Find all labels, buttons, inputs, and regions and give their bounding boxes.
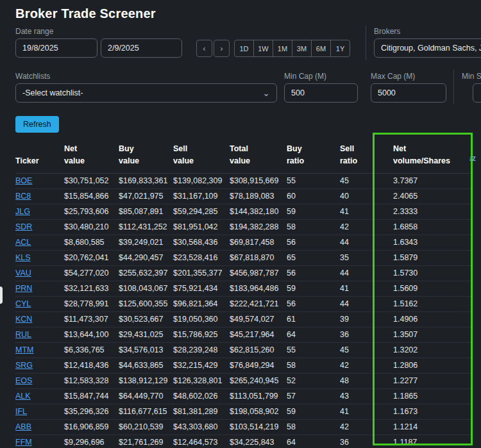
table-cell: 1.1673 (393, 404, 472, 420)
table-cell: 43 (340, 389, 393, 404)
table-cell: 2.4065 (393, 189, 472, 204)
date-to-input[interactable] (101, 38, 182, 58)
table-cell: 35 (340, 251, 393, 266)
trade-table: TickerNet valueBuy valueSell valueTotal … (15, 138, 472, 448)
ticker-cell: SDR (15, 220, 64, 235)
table-cell: $198,058,902 (230, 404, 287, 420)
table-cell: $29,431,025 (119, 328, 173, 343)
period-button-1w[interactable]: 1W (253, 40, 273, 57)
table-cell: 2.3333 (393, 204, 472, 220)
ticker-link[interactable]: PRN (15, 284, 32, 293)
period-button-3m[interactable]: 3M (292, 40, 312, 57)
table-cell: $43,303,680 (173, 420, 230, 435)
table-cell: 41 (340, 204, 393, 220)
table-cell: 1.5730 (393, 266, 472, 281)
ticker-cell: FFM (15, 435, 64, 448)
table-cell: 65 (287, 251, 340, 266)
ticker-link[interactable]: RUL (15, 330, 31, 339)
table-cell: $222,421,721 (230, 297, 287, 312)
ticker-cell: KCN (15, 312, 64, 328)
table-cell: 56 (287, 297, 340, 312)
ticker-link[interactable]: MTM (15, 345, 33, 354)
table-cell: 55 (287, 343, 340, 358)
table-cell: 42 (340, 220, 393, 235)
table-cell: $169,833,361 (119, 174, 173, 189)
ticker-link[interactable]: IFL (15, 407, 27, 416)
ticker-link[interactable]: JLG (15, 207, 30, 216)
table-cell: 59 (287, 281, 340, 297)
ticker-link[interactable]: FFM (15, 438, 32, 447)
ticker-link[interactable]: KLS (15, 253, 31, 262)
ticker-cell: EOS (15, 374, 64, 389)
date-from-input[interactable] (15, 38, 97, 58)
column-header[interactable]: Total value (230, 138, 287, 174)
column-header[interactable]: Net value (64, 138, 119, 174)
table-cell: 3.7367 (393, 174, 472, 189)
table-row: BOE$30,751,052$169,833,361$139,082,309$3… (15, 174, 472, 189)
table-cell: 64 (287, 328, 340, 343)
refresh-button[interactable]: Refresh (15, 116, 59, 133)
ticker-link[interactable]: BOE (15, 176, 32, 185)
ticker-link[interactable]: KCN (15, 315, 32, 324)
ticker-cell: VAU (15, 266, 64, 281)
table-cell: $78,189,083 (230, 189, 287, 204)
table-cell: $13,644,100 (64, 328, 119, 343)
table-cell: 39 (340, 312, 393, 328)
column-header[interactable]: Sell ratio (340, 138, 393, 174)
date-range-label: Date range (15, 27, 53, 36)
column-header[interactable]: Net volume/Shares (393, 138, 472, 174)
ticker-link[interactable]: ALK (15, 392, 31, 401)
watchlist-selected-value: -Select watchlist- (22, 88, 83, 97)
table-cell: $60,210,539 (119, 420, 173, 435)
ticker-link[interactable]: CYL (15, 299, 31, 308)
column-header[interactable]: Buy value (119, 138, 173, 174)
ticker-link[interactable]: VAU (15, 269, 31, 278)
table-cell: $48,602,026 (173, 389, 230, 404)
table-body: BOE$30,751,052$169,833,361$139,082,309$3… (15, 174, 472, 448)
period-button-1d[interactable]: 1D (234, 40, 254, 57)
table-cell: $54,277,020 (64, 266, 119, 281)
next-arrow-button[interactable]: › (214, 40, 230, 57)
table-cell: $76,849,294 (230, 358, 287, 374)
watchlist-select[interactable]: -Select watchlist- ⌄ (15, 83, 277, 103)
table-cell: $39,249,021 (119, 235, 173, 251)
ticker-link[interactable]: ACL (15, 238, 31, 247)
period-button-1m[interactable]: 1M (273, 40, 292, 57)
brokers-input[interactable] (374, 38, 481, 58)
period-button-6m[interactable]: 6M (311, 40, 331, 57)
ticker-link[interactable]: BC8 (15, 192, 31, 201)
min-s-input-partial[interactable] (473, 83, 481, 103)
min-cap-input[interactable] (284, 83, 358, 103)
ticker-link[interactable]: ABB (15, 422, 31, 431)
sort-descending-icon[interactable]: ↓z (468, 154, 476, 163)
column-header[interactable]: Sell value (173, 138, 230, 174)
ticker-link[interactable]: EOS (15, 376, 32, 385)
ticker-link[interactable]: SRG (15, 361, 33, 370)
table-cell: 1.4906 (393, 312, 472, 328)
table-row: CYL$28,778,991$125,600,355$96,821,364$22… (15, 297, 472, 312)
table-cell: $265,240,945 (230, 374, 287, 389)
section-divider (453, 69, 454, 104)
table-row: VAU$54,277,020$255,632,397$201,355,377$4… (15, 266, 472, 281)
column-header[interactable]: Ticker (15, 138, 64, 174)
table-cell: 58 (287, 358, 340, 374)
ticker-cell: BOE (15, 174, 64, 189)
period-button-1y[interactable]: 1Y (330, 40, 350, 57)
table-cell: $96,821,364 (173, 297, 230, 312)
table-cell: $32,121,633 (64, 281, 119, 297)
ticker-link[interactable]: SDR (15, 222, 32, 231)
table-row: JLG$25,793,606$85,087,891$59,294,285$144… (15, 204, 472, 220)
page-title: Broker Trade Screener (15, 6, 156, 21)
table-cell: $138,912,129 (119, 374, 173, 389)
max-cap-input[interactable] (371, 83, 446, 103)
table-row: PRN$32,121,633$108,043,067$75,921,434$18… (15, 281, 472, 297)
ticker-cell: SRG (15, 358, 64, 374)
table-cell: $81,381,289 (173, 404, 230, 420)
table-cell: 41 (340, 281, 393, 297)
column-header[interactable]: Buy ratio (287, 138, 340, 174)
table-cell: $15,854,866 (64, 189, 119, 204)
prev-arrow-button[interactable]: ‹ (196, 40, 212, 57)
table-row: FFM$9,296,696$21,761,269$12,464,573$34,2… (15, 435, 472, 448)
table-cell: $44,290,457 (119, 251, 173, 266)
scroll-indicator[interactable] (0, 286, 3, 304)
